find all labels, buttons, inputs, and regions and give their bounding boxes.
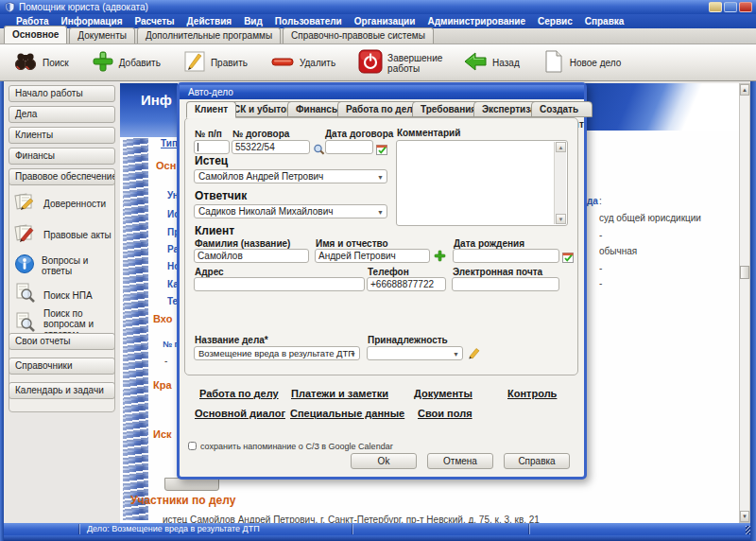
- main-tab-strip: Основное Документы Дополнительные програ…: [0, 28, 756, 44]
- link-svoi-polya[interactable]: Свои поля: [418, 408, 472, 419]
- scroll-up-icon[interactable]: ▲: [556, 142, 566, 152]
- sidebar-item-spravochniki[interactable]: Справочники: [9, 358, 115, 375]
- firstname-label: Имя и отчество: [316, 238, 388, 249]
- toolbar: Поиск Добавить Править Удалить Завершени…: [0, 44, 756, 81]
- partially-hidden-button[interactable]: [164, 478, 219, 491]
- menu-item-deystviya[interactable]: Действия: [187, 16, 232, 26]
- comment-textarea[interactable]: ▲ ▼: [396, 140, 568, 226]
- page-header-band-right: [583, 83, 739, 131]
- page-header-title: Инф: [141, 92, 172, 108]
- contract-date-input[interactable]: [325, 140, 373, 154]
- menu-item-raschety[interactable]: Расчеты: [135, 16, 175, 26]
- back-button[interactable]: Назад: [463, 51, 520, 76]
- lookup-magnifier-icon[interactable]: [313, 142, 325, 159]
- status-bar: Дело: Возмещение вреда в результате ДТП: [0, 523, 756, 535]
- search-button-label: Поиск: [43, 58, 69, 68]
- sidebar-item-voprosy-i-otvety[interactable]: Вопросы и ответы: [13, 253, 117, 279]
- birthdate-input[interactable]: [453, 249, 559, 263]
- shutdown-button[interactable]: Завершение работы: [358, 49, 440, 78]
- pencil-icon: [183, 50, 206, 77]
- menu-item-administrirovanie[interactable]: Администрирование: [427, 16, 525, 26]
- documents-pencil-icon: [13, 190, 38, 217]
- scroll-up-icon[interactable]: ▲: [740, 84, 749, 96]
- scrollbar-thumb[interactable]: [740, 266, 749, 279]
- affiliation-combobox[interactable]: ▼: [367, 346, 463, 360]
- address-input[interactable]: [194, 277, 365, 291]
- menu-item-informatsiya[interactable]: Информация: [61, 16, 123, 26]
- add-button-label: Добавить: [119, 58, 161, 68]
- chevron-down-icon: ▼: [453, 348, 459, 360]
- link-platezhi-i-zametki[interactable]: Платежи и заметки: [291, 388, 388, 399]
- sidebar-item-doverennosti[interactable]: Доверенности: [13, 190, 117, 217]
- window-right-border: [750, 81, 756, 541]
- google-calendar-checkbox[interactable]: [188, 442, 197, 450]
- sidebar-item-nachalo-raboty[interactable]: Начало работы: [9, 85, 115, 102]
- link-dokumenty[interactable]: Документы: [414, 388, 472, 399]
- email-input[interactable]: [452, 277, 559, 291]
- search-button[interactable]: Поиск: [13, 50, 69, 77]
- sidebar-item-dela[interactable]: Дела: [9, 106, 115, 123]
- back-button-label: Назад: [492, 58, 520, 68]
- sidebar-item-poisk-npa[interactable]: Поиск НПА: [13, 282, 117, 308]
- document-search-icon: [13, 282, 38, 308]
- type-link[interactable]: Тип: [161, 138, 178, 148]
- right-value: суд общей юрисдикции: [599, 213, 701, 223]
- dialog-tab-klient[interactable]: Клиент: [186, 101, 236, 118]
- sidebar-item-kalendar-i-zadachi[interactable]: Календарь и задачи: [9, 382, 115, 399]
- power-icon: [358, 49, 383, 78]
- scroll-down-icon[interactable]: ▼: [556, 214, 566, 224]
- link-osnovnoy-dialog[interactable]: Основной диалог: [195, 408, 285, 419]
- contract-no-input[interactable]: [232, 140, 310, 154]
- link-kontrol[interactable]: Контроль: [507, 388, 557, 399]
- num-value: -: [164, 356, 167, 366]
- calendar-icon[interactable]: [376, 142, 388, 159]
- birthdate-label: Дата рождения: [454, 238, 524, 249]
- edit-pencil-icon[interactable]: [468, 346, 481, 363]
- sidebar-item-pravovoe-obespechenie[interactable]: Правовое обеспечение: [9, 168, 115, 185]
- tab-dokumenty[interactable]: Документы: [69, 27, 135, 44]
- phone-input[interactable]: [367, 277, 446, 291]
- sidebar-item-svoi-otchety[interactable]: Свои отчеты: [9, 333, 115, 350]
- cancel-button[interactable]: Отмена: [427, 453, 493, 469]
- help-button[interactable]: Справка: [504, 453, 570, 469]
- sidebar-item-klienty[interactable]: Клиенты: [9, 127, 115, 144]
- minimize-button[interactable]: [709, 2, 722, 12]
- surname-input[interactable]: [194, 249, 309, 263]
- firstname-input[interactable]: [315, 249, 430, 263]
- edit-button[interactable]: Править: [183, 50, 248, 77]
- comment-scrollbar[interactable]: ▲ ▼: [554, 142, 566, 224]
- menu-item-servis[interactable]: Сервис: [538, 16, 573, 26]
- sidebar-item-label: Доверенности: [43, 199, 106, 209]
- case-name-combobox[interactable]: Возмещение вреда в результате ДТП ▼: [194, 346, 360, 360]
- menu-item-organizatsii[interactable]: Организации: [354, 16, 416, 26]
- new-case-button[interactable]: Новое дело: [542, 49, 621, 78]
- plaintiff-combobox[interactable]: Самойлов Андрей Петрович ▼: [194, 169, 387, 183]
- menu-item-spravka[interactable]: Справка: [585, 16, 625, 26]
- defendant-combobox[interactable]: Садиков Николай Михайлович ▼: [194, 204, 387, 218]
- chevron-down-icon: ▼: [377, 171, 384, 183]
- sidebar-item-finansy[interactable]: Финансы: [9, 148, 115, 165]
- menu-item-polzovateli[interactable]: Пользователи: [275, 16, 342, 26]
- close-button[interactable]: [739, 2, 752, 12]
- link-rabota-po-delu[interactable]: Работа по делу: [199, 388, 279, 399]
- calendar-icon[interactable]: [562, 250, 575, 267]
- scroll-down-icon[interactable]: ▼: [740, 511, 749, 522]
- delete-button[interactable]: Удалить: [270, 50, 335, 77]
- npp-input[interactable]: [194, 140, 230, 154]
- add-person-plus-icon[interactable]: [434, 249, 446, 266]
- section-heading-main: Осн: [156, 160, 176, 171]
- tab-sps[interactable]: Справочно-правовые системы: [283, 27, 434, 44]
- tab-dop-programmy[interactable]: Дополнительные программы: [137, 27, 281, 44]
- ok-button[interactable]: Ok: [351, 453, 417, 469]
- tab-osnovnoe[interactable]: Основное: [4, 26, 67, 44]
- surname-label: Фамилия (название): [195, 238, 290, 249]
- dialog-tab-sozdat-dokument[interactable]: Создать документ: [531, 101, 593, 117]
- link-spetsialnye-dannye[interactable]: Специальные данные: [290, 408, 404, 419]
- add-button[interactable]: Добавить: [92, 50, 161, 77]
- page-scrollbar[interactable]: ▲ ▼: [739, 83, 750, 523]
- dialog-titlebar[interactable]: Авто-дело: [180, 85, 584, 99]
- maximize-button[interactable]: [724, 2, 737, 12]
- address-label: Адрес: [195, 267, 224, 277]
- sidebar-item-pravovye-akty[interactable]: Правовые акты: [13, 221, 117, 248]
- menu-item-vid[interactable]: Вид: [244, 16, 263, 26]
